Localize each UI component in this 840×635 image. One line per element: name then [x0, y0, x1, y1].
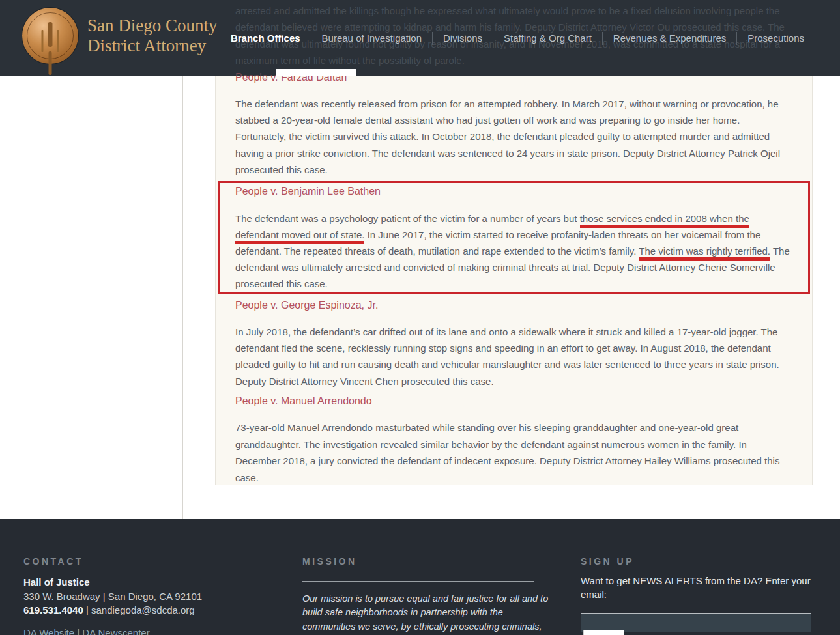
mission-divider: [302, 581, 534, 582]
footer-mission-section: MISSION Our mission is to pursue equal a…: [302, 556, 558, 634]
site-title: San Diego County District Attorney: [87, 16, 218, 56]
active-nav-indicator: [276, 69, 356, 76]
footer-links-row: DA Website | DA Newscenter: [23, 627, 150, 635]
case-text-segment: 73-year-old Manuel Arrendondo masturbate…: [235, 422, 779, 483]
case-title-link[interactable]: People v. George Espinoza, Jr.: [235, 300, 792, 311]
nav-item-prosecutions[interactable]: Prosecutions: [736, 32, 804, 45]
case-paragraph: In July 2018, the defendant’s car drifte…: [235, 324, 792, 390]
case-title-link[interactable]: People v. Benjamin Lee Bathen: [235, 186, 792, 197]
da-seal-icon: [22, 8, 78, 64]
mission-text: Our mission is to pursue equal and fair …: [302, 592, 558, 634]
sidebar-divider: [182, 0, 183, 519]
nav-item-divisions[interactable]: Divisions: [432, 32, 493, 45]
site-logo[interactable]: San Diego County District Attorney: [22, 8, 218, 64]
contact-address: 330 W. Broadway | San Diego, CA 92101: [23, 589, 284, 604]
case-paragraph: 73-year-old Manuel Arrendondo masturbate…: [235, 419, 792, 485]
contact-phone-line: 619.531.4040 | sandiegoda@sdcda.org: [23, 603, 284, 617]
da-newscenter-link[interactable]: DA Newscenter: [82, 627, 149, 635]
signup-prompt: Want to get NEWS ALERTS from the DA? Ent…: [581, 574, 811, 601]
da-website-link[interactable]: DA Website: [23, 627, 74, 635]
case-title-link[interactable]: People v. Manuel Arrendondo: [235, 396, 792, 406]
footer-links-separator: |: [74, 627, 82, 635]
contact-separator: |: [83, 604, 91, 615]
case-paragraph: The defendant was a psychology patient o…: [235, 210, 792, 292]
signup-submit-button[interactable]: [583, 630, 624, 635]
contact-phone: 619.531.4040: [23, 604, 83, 615]
main-nav: Branch OfficesBureau of InvestigationDiv…: [231, 32, 804, 45]
contact-email-link[interactable]: sandiegoda@sdcda.org: [91, 604, 195, 615]
footer-signup-section: SIGN UP Want to get NEWS ALERTS from the…: [581, 556, 811, 632]
nav-item-bureau-of-investigation[interactable]: Bureau of Investigation: [311, 32, 432, 45]
contact-org-name: Hall of Justice: [23, 575, 284, 589]
case-list: People v. Farzad DaftariThe defendant wa…: [235, 72, 792, 485]
nav-item-staffing-org-chart[interactable]: Staffing & Org Chart: [493, 32, 602, 45]
site-title-line2: District Attorney: [87, 36, 218, 56]
case-paragraph: The defendant was recently released from…: [235, 96, 792, 178]
contact-heading: CONTACT: [23, 556, 284, 567]
case-text-segment: The defendant was a psychology patient o…: [235, 213, 580, 224]
site-title-line1: San Diego County: [87, 16, 218, 36]
case-text-segment: The defendant was recently released from…: [235, 98, 780, 176]
annotation-underline: The victim was rightly terrified.: [639, 246, 770, 261]
mission-heading: MISSION: [302, 556, 558, 567]
site-header: arrested and admitted the killings thoug…: [0, 0, 840, 76]
nav-item-revenues-expenditures[interactable]: Revenues & Expenditures: [602, 32, 736, 45]
footer-contact-section: CONTACT Hall of Justice 330 W. Broadway …: [23, 556, 284, 617]
annotation-highlight-box: People v. Benjamin Lee BathenThe defenda…: [218, 181, 810, 294]
site-footer: CONTACT Hall of Justice 330 W. Broadway …: [0, 519, 840, 635]
nav-item-branch-offices[interactable]: Branch Offices: [231, 32, 311, 45]
case-text-segment: In July 2018, the defendant’s car drifte…: [235, 326, 779, 387]
signup-heading: SIGN UP: [581, 556, 811, 567]
